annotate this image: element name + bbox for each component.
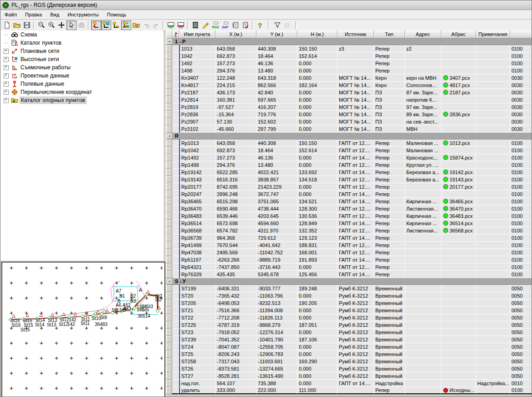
table-row[interactable]: Rp54321-7437.850-3716.4430.000ГАПТ от 12…: [166, 263, 532, 271]
cell-abris[interactable]: [441, 299, 476, 307]
cell-h[interactable]: 0.000: [297, 161, 338, 169]
cell-abris[interactable]: 4817.pcx: [441, 82, 476, 89]
cell-source[interactable]: МОГТ № 14...: [338, 74, 374, 82]
cell-type[interactable]: ПЗ: [374, 89, 405, 96]
cell-name[interactable]: Pz2814: [179, 96, 215, 103]
cell-abris[interactable]: [441, 380, 476, 387]
cell-h[interactable]: 169.290: [297, 358, 338, 365]
field-network-button[interactable]: P: [121, 21, 131, 30]
cell-x[interactable]: 294.376: [215, 161, 256, 169]
cell-address[interactable]: [405, 256, 441, 263]
cell-type[interactable]: Временный: [374, 314, 405, 321]
row-header[interactable]: [166, 271, 172, 278]
cell-abris[interactable]: [441, 60, 476, 67]
cell-h[interactable]: 128.300: [297, 205, 338, 212]
cell-abris[interactable]: [441, 103, 476, 111]
table-row[interactable]: Kn4817224.215862.566182.164МОГТ № 14...К…: [166, 82, 532, 89]
cell-h[interactable]: 134.518: [297, 176, 338, 183]
group-title[interactable]: 1 - Р: [172, 38, 532, 45]
cell-abris[interactable]: 36514.pcx: [441, 220, 476, 227]
menu-item-4[interactable]: Помощь: [103, 11, 131, 18]
cell-address[interactable]: керн на МВН: [405, 74, 441, 82]
cell-abris[interactable]: [441, 329, 476, 336]
table-row[interactable]: Rp364706590.4664738.444128.300ГАПТ от 12…: [166, 205, 532, 212]
cell-source[interactable]: [338, 67, 374, 74]
cell-notes[interactable]: [476, 299, 510, 307]
cell-abris[interactable]: Исходны...: [441, 387, 476, 394]
cell-y[interactable]: 729.612: [256, 234, 297, 242]
cell-x[interactable]: 692.873: [215, 52, 256, 60]
cell-h[interactable]: 0.000: [297, 343, 338, 351]
cell-x[interactable]: -97.527: [215, 103, 256, 111]
cell-h[interactable]: 188.831: [297, 242, 338, 249]
table-row[interactable]: Pz2814160.381597.6650.000МОГТ № 14...ПЗн…: [166, 96, 532, 103]
cell-abris[interactable]: [441, 314, 476, 321]
cell-code[interactable]: 0100: [510, 220, 532, 227]
cell-h[interactable]: 128.849: [297, 220, 338, 227]
table-row[interactable]: Rp36739964.368729.612129.123ГАПТ от 14..…: [166, 234, 532, 242]
table-row[interactable]: 1013643.058440.308150.150z3Реперz20100: [166, 45, 532, 52]
cell-y[interactable]: 46.136: [256, 60, 297, 67]
save-button[interactable]: [22, 21, 32, 30]
cell-h[interactable]: 150.150: [297, 139, 338, 147]
cell-h[interactable]: 0.000: [297, 183, 338, 191]
cell-source[interactable]: ГАПТ от 12....: [338, 147, 374, 154]
cell-type[interactable]: Временный: [374, 336, 405, 343]
cell-y[interactable]: 21423.229: [256, 183, 297, 191]
cell-source[interactable]: ГАПТ от 14....: [338, 154, 374, 161]
cell-y[interactable]: 5345.678: [256, 271, 297, 278]
cell-name[interactable]: Rp36739: [179, 234, 215, 242]
cell-h[interactable]: 0.000: [297, 314, 338, 321]
cell-address[interactable]: [405, 191, 441, 198]
cell-name[interactable]: 1498: [179, 67, 215, 74]
column-header-1[interactable]: Имя пункта: [179, 31, 215, 38]
cell-address[interactable]: [405, 52, 441, 60]
table-row[interactable]: Pz2819-97.527416.2070.000МОГТ № 14...ПЗ9…: [166, 103, 532, 111]
cell-h[interactable]: 168.001: [297, 249, 338, 256]
row-header[interactable]: [166, 111, 172, 118]
cell-type[interactable]: Временный: [374, 358, 405, 365]
cell-y[interactable]: 222.000: [256, 387, 297, 394]
cell-source[interactable]: ГАПТ от 12....: [338, 205, 374, 212]
cell-y[interactable]: 46.136: [256, 154, 297, 161]
cell-name[interactable]: ST25: [179, 351, 215, 358]
cell-h[interactable]: 0.000: [297, 67, 338, 74]
cell-name[interactable]: Pz3102: [179, 125, 215, 133]
cell-h[interactable]: 132.352: [297, 227, 338, 234]
row-header[interactable]: [166, 307, 172, 314]
cell-y[interactable]: -12558.705: [256, 343, 297, 351]
cell-type[interactable]: Репер: [374, 60, 405, 67]
cell-x[interactable]: -8528.281: [215, 372, 256, 380]
cell-notes[interactable]: [476, 285, 510, 292]
cell-notes[interactable]: [476, 183, 510, 191]
cell-address[interactable]: на сев.-вост...: [405, 118, 441, 125]
group-title[interactable]: S - У: [172, 278, 532, 285]
cell-code[interactable]: 0100: [510, 45, 532, 52]
cell-notes[interactable]: [476, 154, 510, 161]
cell-abris[interactable]: [441, 256, 476, 263]
cell-address[interactable]: 87 км. Заре...: [405, 89, 441, 96]
cell-h[interactable]: 130.536: [297, 212, 338, 220]
journal-button[interactable]: [230, 21, 240, 30]
cell-x[interactable]: 435.435: [215, 271, 256, 278]
cell-type[interactable]: Репер: [374, 212, 405, 220]
cell-y[interactable]: -3716.443: [256, 263, 297, 271]
cell-notes[interactable]: [476, 169, 510, 176]
cell-abris[interactable]: [441, 67, 476, 74]
cell-source[interactable]: МОГТ № 14...: [338, 82, 374, 89]
row-header[interactable]: [166, 292, 172, 299]
cell-h[interactable]: 111.000: [297, 387, 338, 394]
cell-notes[interactable]: [476, 220, 510, 227]
cell-code[interactable]: 0030: [510, 82, 532, 89]
cell-y[interactable]: 13.480: [256, 161, 297, 169]
cell-name[interactable]: Kn4817: [179, 82, 215, 89]
sidebar-item-каталог-опорных-пунктов[interactable]: +Каталог опорных пунктов: [0, 96, 164, 104]
cell-source[interactable]: [338, 60, 374, 67]
cell-notes[interactable]: [476, 60, 510, 67]
cell-x[interactable]: -7437.850: [215, 263, 256, 271]
row-header[interactable]: [166, 169, 172, 176]
cell-type[interactable]: Репер: [374, 147, 405, 154]
cell-source[interactable]: ГАПТ от 14....: [338, 220, 374, 227]
cell-x[interactable]: 157.273: [215, 60, 256, 67]
folder-up-button[interactable]: [131, 21, 141, 30]
